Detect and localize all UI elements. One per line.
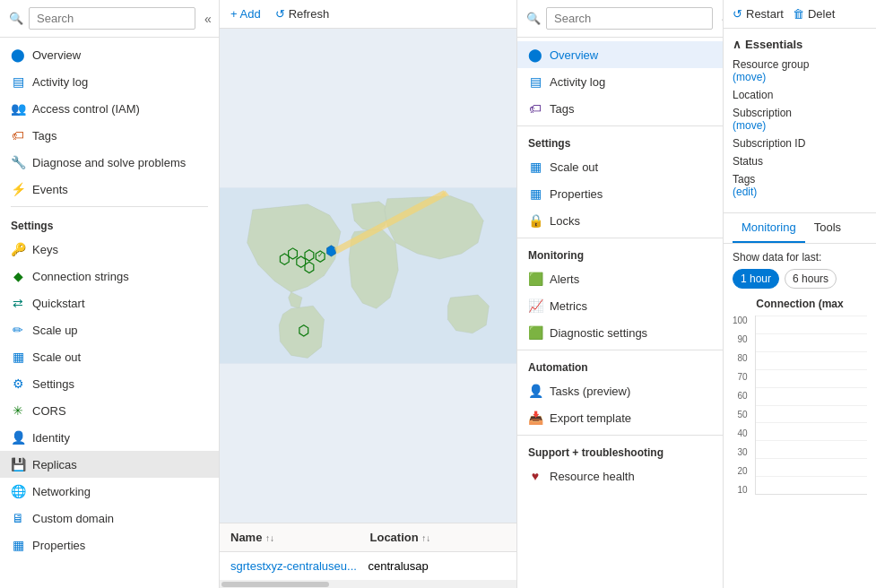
col-location-header: Location ↑↓ (370, 531, 507, 544)
middle-nav-locks[interactable]: 🔒 Locks (517, 207, 723, 234)
tab-monitoring[interactable]: Monitoring (733, 213, 805, 243)
right-toolbar: ↺ Restart 🗑 Delet (724, 0, 876, 29)
y-axis: 100 90 80 70 60 50 40 30 20 10 (733, 316, 751, 495)
settings-section-label: Settings (0, 211, 219, 236)
sidebar-item-overview[interactable]: ⬤ Overview (0, 41, 219, 68)
sidebar-item-label: Connection strings (32, 270, 129, 283)
middle-overview-icon: ⬤ (528, 48, 542, 62)
middle-tags-icon: 🏷 (528, 101, 542, 116)
sidebar-item-replicas[interactable]: 💾 Replicas (0, 451, 219, 478)
tags-edit-link[interactable]: (edit) (733, 186, 867, 198)
middle-nav-tags[interactable]: 🏷 Tags (517, 95, 723, 122)
location-label: Location (733, 89, 867, 101)
table-cell-name: sgrtestxyz-centraluseu... (230, 559, 369, 573)
y-label-90: 90 (738, 334, 748, 344)
sidebar-item-scale-up[interactable]: ✏ Scale up (0, 316, 219, 343)
identity-icon: 👤 (11, 430, 25, 445)
y-label-100: 100 (733, 316, 748, 325)
settings-divider (11, 206, 208, 207)
sidebar-item-label: Events (32, 183, 68, 196)
middle-nav-resource-health[interactable]: ♥ Resource health (517, 463, 723, 489)
refresh-label: Refresh (289, 7, 330, 21)
middle-nav-export[interactable]: 📥 Export template (517, 404, 723, 431)
middle-automation-label: Automation (517, 354, 723, 377)
settings-icon: ⚙ (11, 376, 25, 391)
middle-nav-metrics[interactable]: 📈 Metrics (517, 292, 723, 319)
restart-label: Restart (746, 7, 784, 21)
main-content: + Add ↺ Refresh (220, 0, 517, 588)
restart-button[interactable]: ↺ Restart (733, 7, 784, 21)
sidebar-item-tags[interactable]: 🏷 Tags (0, 122, 219, 149)
replica-name-link[interactable]: sgrtestxyz-centraluseu... (230, 559, 357, 573)
left-search-input[interactable] (29, 7, 195, 30)
sidebar-item-label: Quickstart (32, 297, 85, 310)
middle-nav-properties[interactable]: ▦ Properties (517, 180, 723, 207)
middle-settings-label: Settings (517, 130, 723, 153)
middle-nav-alerts[interactable]: 🟩 Alerts (517, 265, 723, 292)
overview-icon: ⬤ (11, 48, 25, 62)
subscription-move-link[interactable]: (move) (733, 119, 867, 132)
y-label-80: 80 (738, 353, 748, 363)
tags-label: Tags (733, 173, 867, 186)
chart-plot-area (755, 316, 867, 495)
sidebar-item-cors[interactable]: ✳ CORS (0, 397, 219, 424)
essentials-location: Location (733, 89, 867, 101)
sidebar-item-diagnose[interactable]: 🔧 Diagnose and solve problems (0, 149, 219, 176)
middle-nav-scale-out[interactable]: ▦ Scale out (517, 153, 723, 180)
sidebar-item-settings[interactable]: ⚙ Settings (0, 370, 219, 397)
sidebar-item-label: Keys (32, 243, 58, 256)
middle-search-input[interactable] (546, 7, 713, 30)
middle-tasks-icon: 👤 (528, 384, 542, 398)
middle-nav-label: Resource health (550, 470, 635, 483)
resource-group-move-link[interactable]: (move) (733, 71, 867, 83)
map-area: ✓ (220, 29, 516, 523)
add-button[interactable]: + Add (230, 7, 261, 21)
sidebar-item-events[interactable]: ⚡ Events (0, 176, 219, 203)
middle-nav-tasks[interactable]: 👤 Tasks (preview) (517, 377, 723, 404)
grid-line-90 (756, 333, 867, 334)
show-data-label: Show data for last: (733, 251, 867, 264)
middle-nav-activity-log[interactable]: ▤ Activity log (517, 68, 723, 95)
chart-title: Connection (max (733, 298, 867, 310)
sidebar-item-label: Activity log (32, 75, 88, 89)
sidebar-item-scale-out[interactable]: ▦ Scale out (0, 343, 219, 370)
monitoring-tabs: Monitoring Tools (724, 213, 876, 244)
essentials-status: Status (733, 155, 867, 168)
middle-nav-label: Tags (550, 102, 574, 116)
essentials-tags: Tags (edit) (733, 173, 867, 198)
sidebar-item-connection-strings[interactable]: ◆ Connection strings (0, 263, 219, 290)
tab-tools[interactable]: Tools (805, 213, 850, 243)
middle-nav-diagnostic[interactable]: 🟩 Diagnostic settings (517, 319, 723, 346)
refresh-icon: ↺ (275, 7, 285, 21)
middle-export-icon: 📥 (528, 411, 542, 425)
access-control-icon: 👥 (11, 101, 25, 116)
middle-metrics-icon: 📈 (528, 298, 542, 313)
sidebar-item-activity-log[interactable]: ▤ Activity log (0, 68, 219, 95)
left-collapse-btn[interactable]: « (201, 10, 215, 28)
location-sort-icon[interactable]: ↑↓ (421, 533, 430, 543)
middle-nav-overview[interactable]: ⬤ Overview (517, 41, 723, 68)
sidebar-item-access-control[interactable]: 👥 Access control (IAM) (0, 95, 219, 122)
time-btn-1hour[interactable]: 1 hour (733, 269, 779, 289)
middle-nav-label: Overview (550, 48, 598, 62)
sidebar-item-quickstart[interactable]: ⇄ Quickstart (0, 290, 219, 316)
middle-support-label: Support + troubleshooting (517, 439, 723, 463)
name-sort-icon[interactable]: ↑↓ (265, 533, 274, 543)
y-label-30: 30 (738, 447, 748, 457)
time-btn-6hours[interactable]: 6 hours (785, 269, 837, 289)
middle-nav-label: Tasks (preview) (550, 385, 630, 398)
refresh-button[interactable]: ↺ Refresh (275, 7, 330, 21)
grid-line-30 (756, 440, 867, 441)
sidebar-item-keys[interactable]: 🔑 Keys (0, 236, 219, 263)
delete-button[interactable]: 🗑 Delet (793, 7, 835, 21)
middle-locks-icon: 🔒 (528, 213, 542, 228)
sidebar-item-properties[interactable]: ▦ Properties (0, 532, 219, 558)
horizontal-scrollbar[interactable] (220, 581, 516, 588)
sidebar-item-custom-domain[interactable]: 🖥 Custom domain (0, 505, 219, 532)
sidebar-item-networking[interactable]: 🌐 Networking (0, 478, 219, 505)
essentials-section: ∧ Essentials Resource group (move) Locat… (724, 29, 876, 213)
scroll-thumb[interactable] (221, 582, 329, 587)
y-label-20: 20 (738, 466, 748, 476)
quickstart-icon: ⇄ (11, 296, 25, 310)
sidebar-item-identity[interactable]: 👤 Identity (0, 424, 219, 451)
